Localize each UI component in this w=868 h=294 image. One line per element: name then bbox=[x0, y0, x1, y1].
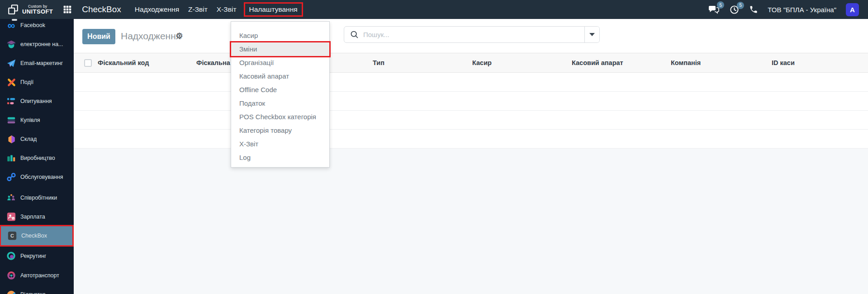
sidebar-item-vacation[interactable]: Відпустка bbox=[0, 285, 74, 294]
gear-icon[interactable]: ⚙ bbox=[175, 31, 183, 42]
sidebar-item-survey[interactable]: Опитування bbox=[0, 92, 74, 111]
reminders-clock-icon[interactable]: 5 bbox=[729, 5, 740, 15]
column-header-fiscal-code: Фіскальний код bbox=[98, 59, 149, 66]
sidebar-item-label: Співробітники bbox=[20, 195, 57, 201]
sidebar-item-recruiting[interactable]: Рекрутинг bbox=[0, 247, 74, 266]
production-icon bbox=[6, 153, 17, 163]
table-header-row: Фіскальний код Фіскальна Тип Касир Касов… bbox=[74, 53, 868, 73]
user-avatar[interactable]: A bbox=[846, 3, 859, 16]
sidebar: ∞ Facebook електронне на... Email-маркет… bbox=[0, 19, 74, 294]
top-nav-menu: Надходження Z-Звіт Х-Звіт Налаштування bbox=[130, 2, 303, 17]
sidebar-item-label: Автотранспорт bbox=[20, 272, 59, 279]
svg-text:C: C bbox=[10, 233, 14, 238]
sidebar-item-label: Виробництво bbox=[20, 155, 55, 161]
events-icon bbox=[6, 77, 17, 88]
warehouse-icon bbox=[6, 134, 17, 145]
sidebar-item-label: Події bbox=[20, 79, 33, 85]
vacation-icon bbox=[6, 289, 17, 294]
new-button[interactable]: Новий bbox=[82, 29, 115, 44]
logo-unitsoft: UNITSOFT bbox=[22, 9, 53, 14]
employees-icon bbox=[6, 192, 17, 203]
logo-text: Custom by UNITSOFT bbox=[22, 5, 53, 14]
purchase-icon bbox=[6, 115, 17, 126]
recruiting-icon bbox=[6, 251, 17, 261]
transport-icon bbox=[6, 270, 17, 281]
module-title: CheckBox bbox=[82, 5, 121, 14]
table-row bbox=[74, 111, 868, 130]
table-row bbox=[74, 92, 868, 111]
menu-item-pos-checkbox-category[interactable]: POS Checkbox категорія bbox=[231, 110, 329, 124]
sidebar-item-production[interactable]: Виробництво bbox=[0, 149, 74, 168]
company-name[interactable]: ТОВ "БПЛА - Україна" bbox=[768, 6, 836, 14]
salary-icon: 5 bbox=[6, 211, 17, 222]
reminders-badge: 5 bbox=[737, 2, 744, 9]
menu-item-x-zvit[interactable]: X-Звіт bbox=[231, 137, 329, 151]
phone-icon[interactable] bbox=[749, 5, 758, 14]
menu-item-zminy[interactable]: Зміни bbox=[231, 42, 329, 56]
sidebar-item-email-marketing[interactable]: Email-маркетинг bbox=[0, 54, 74, 73]
column-header-cash-id: ID каси bbox=[772, 59, 795, 66]
settings-dropdown-menu: Касир Зміни Організації Касовий апарат O… bbox=[231, 21, 330, 168]
app-window: Custom by UNITSOFT CheckBox Надходження … bbox=[0, 0, 868, 294]
sidebar-item-label: Купівля bbox=[20, 117, 40, 123]
search-box bbox=[344, 27, 584, 42]
chat-icon[interactable]: 5 bbox=[708, 4, 720, 15]
menu-item-offline-code[interactable]: Offline Code bbox=[231, 83, 329, 97]
nav-item-nalashtuvannya[interactable]: Налаштування bbox=[244, 2, 303, 17]
sidebar-item-facebook[interactable]: ∞ Facebook bbox=[0, 19, 74, 35]
sidebar-item-warehouse[interactable]: Склад bbox=[0, 130, 74, 149]
sidebar-item-label: Email-маркетинг bbox=[20, 60, 63, 66]
chat-badge: 5 bbox=[717, 1, 724, 9]
sidebar-item-checkbox[interactable]: C CheckBox bbox=[1, 226, 72, 245]
sidebar-item-elearning[interactable]: електронне на... bbox=[0, 35, 74, 54]
select-all-checkbox[interactable] bbox=[84, 59, 92, 67]
nav-item-z-zvit[interactable]: Z-Звіт bbox=[184, 3, 212, 16]
checkbox-module-icon: C bbox=[7, 230, 18, 241]
menu-item-organizatsii[interactable]: Організації bbox=[231, 56, 329, 70]
facebook-icon: ∞ bbox=[6, 20, 17, 31]
column-header-cash-register: Касовий апарат bbox=[572, 59, 623, 66]
nav-item-x-zvit[interactable]: Х-Звіт bbox=[212, 3, 241, 16]
sidebar-item-label: Відпустка bbox=[20, 291, 46, 294]
sidebar-item-employees[interactable]: Співробітники bbox=[0, 188, 74, 207]
sidebar-item-label: Опитування bbox=[20, 98, 52, 104]
sidebar-item-events[interactable]: Події bbox=[0, 73, 74, 92]
menu-item-log[interactable]: Log bbox=[231, 151, 329, 164]
page-title: Надходження bbox=[121, 31, 181, 42]
apps-grid-icon[interactable] bbox=[63, 5, 72, 14]
sidebar-item-label: Facebook bbox=[20, 22, 45, 28]
sidebar-item-label: електронне на... bbox=[20, 41, 63, 47]
sidebar-item-salary[interactable]: 5 Зарплата bbox=[0, 207, 74, 226]
sidebar-item-transport[interactable]: Автотранспорт bbox=[0, 266, 74, 285]
table-row bbox=[74, 130, 868, 149]
survey-icon bbox=[6, 96, 17, 107]
sidebar-item-label: Рекрутинг bbox=[20, 253, 46, 259]
sidebar-item-label: Обслуговування bbox=[20, 174, 63, 180]
search-icon bbox=[350, 30, 359, 39]
unitsoft-logo: Custom by UNITSOFT bbox=[0, 4, 53, 15]
sidebar-item-label: Зарплата bbox=[20, 214, 45, 220]
menu-item-product-category[interactable]: Категорія товару bbox=[231, 124, 329, 137]
column-header-type: Тип bbox=[373, 59, 384, 66]
column-header-company: Компанія bbox=[671, 59, 701, 66]
table-row bbox=[74, 73, 868, 92]
search-options-button[interactable] bbox=[584, 27, 599, 42]
search-bar bbox=[344, 26, 600, 43]
sidebar-item-purchase[interactable]: Купівля bbox=[0, 111, 74, 130]
search-input[interactable] bbox=[344, 27, 584, 42]
sidebar-item-label: Склад bbox=[20, 136, 37, 142]
main-content: Новий Надходження ⚙ Фіскальний код Фіска… bbox=[74, 19, 868, 294]
topbar-right-cluster: 5 5 ТОВ "БПЛА - Україна" A bbox=[708, 3, 868, 16]
column-header-fiscal-date: Фіскальна bbox=[196, 59, 230, 66]
windows-logo-icon bbox=[7, 4, 19, 15]
menu-item-podatok[interactable]: Податок bbox=[231, 97, 329, 110]
chevron-down-icon bbox=[589, 33, 595, 36]
top-navbar: Custom by UNITSOFT CheckBox Надходження … bbox=[0, 0, 868, 19]
menu-item-kasyr[interactable]: Касир bbox=[231, 29, 329, 42]
menu-item-kasovyi-aparat[interactable]: Касовий апарат bbox=[231, 70, 329, 83]
nav-item-nadhodzhennya[interactable]: Надходження bbox=[130, 3, 184, 16]
email-marketing-icon bbox=[6, 58, 17, 69]
sidebar-item-label: CheckBox bbox=[21, 233, 47, 239]
education-icon bbox=[6, 39, 17, 50]
sidebar-item-service[interactable]: Обслуговування bbox=[0, 168, 74, 187]
